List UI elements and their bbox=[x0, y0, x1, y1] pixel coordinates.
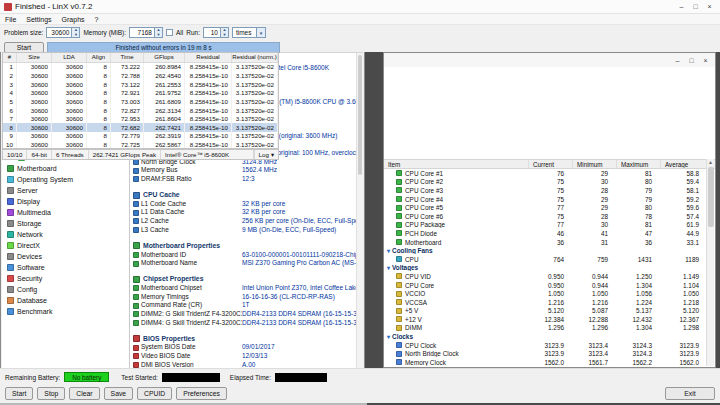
sidebar-item-server[interactable]: Server bbox=[2, 185, 129, 196]
minimize-icon[interactable]: – bbox=[671, 55, 684, 66]
clear-button[interactable]: Clear bbox=[69, 387, 99, 400]
close-icon[interactable]: × bbox=[699, 55, 712, 66]
sidebar-item-storage[interactable]: Storage bbox=[2, 218, 129, 229]
column-header-maximum[interactable]: Maximum bbox=[617, 160, 661, 168]
field-row[interactable]: Memory Timings16-16-16-36 (CL-RCD-RP-RAS… bbox=[130, 293, 363, 302]
sidebar-item-motherboard[interactable]: Motherboard bbox=[2, 163, 129, 174]
column-header-item[interactable]: Item bbox=[384, 160, 529, 168]
spin-down-icon[interactable]: ▼ bbox=[155, 33, 162, 38]
all-memory-checkbox[interactable] bbox=[166, 29, 173, 36]
scroll-up-icon[interactable]: ▲ bbox=[708, 159, 713, 165]
stats-row-cpu-core-3[interactable]: CPU Core #375287958.1 bbox=[384, 186, 715, 195]
maximize-icon[interactable]: □ bbox=[685, 55, 698, 66]
stats-row-vccio[interactable]: VCCIO1.0501.0501.0561.050 bbox=[384, 289, 715, 298]
memory-value[interactable]: 7168 bbox=[130, 28, 154, 37]
cpuid-button[interactable]: CPUID bbox=[137, 387, 172, 400]
sidebar-item-security[interactable]: Security bbox=[2, 273, 129, 284]
stats-row-cpu-package[interactable]: CPU Package77308161.9 bbox=[384, 221, 715, 230]
stats-row-cpu[interactable]: CPU76475914311189 bbox=[384, 255, 715, 264]
run-count-stepper[interactable]: 10 ▲▼ bbox=[203, 27, 229, 38]
stats-row-pch-diode[interactable]: PCH Diode46414744.9 bbox=[384, 229, 715, 238]
save-button[interactable]: Save bbox=[104, 387, 134, 400]
sidebar-item-network[interactable]: Network bbox=[2, 229, 129, 240]
stepper-arrows[interactable]: ▲▼ bbox=[220, 28, 228, 37]
column-header-time[interactable]: Time bbox=[111, 53, 144, 62]
field-row[interactable]: Motherboard ChipsetIntel Union Point Z37… bbox=[130, 284, 363, 293]
sidebar-item-benchmark[interactable]: Benchmark bbox=[2, 306, 129, 317]
start-button[interactable]: Start bbox=[5, 387, 33, 400]
stop-button[interactable]: Stop bbox=[37, 387, 65, 400]
menu-item-graphs[interactable]: Graphs bbox=[57, 14, 90, 24]
stats-row-memory-clock[interactable]: Memory Clock1562.01561.71562.21562.0 bbox=[384, 358, 715, 367]
field-row[interactable]: L1 Data Cache32 KB per core bbox=[130, 208, 363, 217]
sidebar-item-multimedia[interactable]: Multimedia bbox=[2, 207, 129, 218]
column-header-align[interactable]: Align bbox=[87, 53, 111, 62]
column-header-minimum[interactable]: Minimum bbox=[573, 160, 617, 168]
field-row[interactable]: DIMM4: G Skill TridentZ F4-3200C16-8GTZB… bbox=[130, 319, 363, 328]
preferences-button[interactable]: Preferences bbox=[176, 387, 227, 400]
stats-row-cpu-core[interactable]: CPU Core0.9500.9441.3041.104 bbox=[384, 281, 715, 290]
problem-size-stepper[interactable]: 30600 ▲▼ bbox=[46, 27, 80, 38]
field-row[interactable]: L2 Cache256 KB per core (On-Die, ECC, Fu… bbox=[130, 217, 363, 226]
table-row[interactable]: 73060030600872.953261.86048.258415e-103.… bbox=[3, 114, 278, 123]
close-icon[interactable]: × bbox=[703, 1, 716, 12]
column-header-average[interactable]: Average bbox=[661, 160, 708, 168]
table-row[interactable]: 53060030600873.003261.68098.258415e-103.… bbox=[3, 97, 278, 106]
column-header-[interactable]: # bbox=[3, 53, 17, 62]
sidebar-item-software[interactable]: Software bbox=[2, 262, 129, 273]
detail-scrollbar[interactable] bbox=[356, 53, 363, 395]
start-button-top[interactable]: Start bbox=[4, 42, 44, 53]
field-row[interactable]: L3 Cache9 MB (On-Die, ECC, Full-Speed) bbox=[130, 226, 363, 235]
field-row[interactable]: System BIOS Date09/01/2017 bbox=[130, 343, 363, 352]
table-row[interactable]: 63060030600872.827262.31348.258415e-103.… bbox=[3, 106, 278, 115]
spin-down-icon[interactable]: ▼ bbox=[221, 33, 228, 38]
scrollbar-thumb[interactable] bbox=[708, 167, 714, 227]
stats-row-cpu-vid[interactable]: CPU VID0.9500.9441.2501.149 bbox=[384, 272, 715, 281]
sidebar-item-database[interactable]: Database bbox=[2, 295, 129, 306]
problem-size-value[interactable]: 30600 bbox=[47, 28, 71, 37]
scrollbar-thumb[interactable] bbox=[358, 55, 362, 175]
column-header-lda[interactable]: LDA bbox=[52, 53, 87, 62]
menu-item-settings[interactable]: Settings bbox=[21, 14, 56, 24]
field-row[interactable]: L1 Code Cache32 KB per core bbox=[130, 200, 363, 209]
field-row[interactable]: Motherboard ID63-0100-000001-00101111-09… bbox=[130, 251, 363, 260]
column-header-gflops[interactable]: GFlops bbox=[144, 53, 185, 62]
sidebar-item-directx[interactable]: DirectX bbox=[2, 240, 129, 251]
column-header-residual[interactable]: Residual bbox=[185, 53, 232, 62]
table-row[interactable]: 83060030600872.682262.74218.258415e-103.… bbox=[3, 123, 278, 132]
stats-row-dimm[interactable]: DIMM1.2961.2961.3041.298 bbox=[384, 324, 715, 333]
field-row[interactable]: Video BIOS Date12/03/13 bbox=[130, 352, 363, 361]
column-header-residual-norm[interactable]: Residual (norm.) bbox=[232, 53, 278, 62]
table-row[interactable]: 13060030600873.222260.89848.258415e-103.… bbox=[3, 63, 278, 72]
run-count-value[interactable]: 10 bbox=[204, 28, 220, 37]
stats-row-north-bridge-clock[interactable]: North Bridge Clock3123.93123.43124.33123… bbox=[384, 349, 715, 358]
menu-item-[interactable]: ? bbox=[90, 14, 104, 24]
sidebar-item-display[interactable]: Display bbox=[2, 196, 129, 207]
log-dropdown-button[interactable]: Log▾ bbox=[254, 150, 278, 159]
stats-row-cpu-clock[interactable]: CPU Clock3123.93123.43124.33123.9 bbox=[384, 341, 715, 350]
stepper-arrows[interactable]: ▲▼ bbox=[71, 28, 79, 37]
column-header-current[interactable]: Current bbox=[529, 160, 573, 168]
table-row[interactable]: 23060030600872.788262.45408.258415e-103.… bbox=[3, 71, 278, 80]
run-unit-select[interactable]: times ▾ bbox=[232, 27, 266, 38]
table-row[interactable]: 33060030600873.122261.25538.258415e-103.… bbox=[3, 80, 278, 89]
field-row[interactable]: DRAM:FSB Ratio12:3 bbox=[130, 175, 363, 184]
memory-stepper[interactable]: 7168 ▲▼ bbox=[129, 27, 163, 38]
field-row[interactable]: Memory Bus1562.4 MHz bbox=[130, 166, 363, 175]
stats-row-5-v[interactable]: +5 V5.1205.0875.1375.120 bbox=[384, 307, 715, 316]
stats-row-cpu-core-4[interactable]: CPU Core #475297959.2 bbox=[384, 195, 715, 204]
exit-button[interactable]: Exit bbox=[665, 387, 715, 400]
column-header-size[interactable]: Size bbox=[17, 53, 52, 62]
table-row[interactable]: 93060030600872.779262.39198.258415e-103.… bbox=[3, 132, 278, 141]
spin-down-icon[interactable]: ▼ bbox=[72, 33, 79, 38]
table-row[interactable]: 103060030600872.725262.58678.258415e-103… bbox=[3, 140, 278, 149]
stats-scrollbar[interactable]: ▲ bbox=[706, 159, 714, 366]
stats-row-cpu-core-1[interactable]: CPU Core #176298158.8 bbox=[384, 169, 715, 178]
stats-row-cpu-core-5[interactable]: CPU Core #577298059.6 bbox=[384, 203, 715, 212]
sidebar-item-config[interactable]: Config bbox=[2, 284, 129, 295]
stats-row-12-v[interactable]: +12 V12.38412.28812.43212.367 bbox=[384, 315, 715, 324]
stats-row-cpu-core-2[interactable]: CPU Core #275308059.4 bbox=[384, 178, 715, 187]
stats-row-vccsa[interactable]: VCCSA1.2161.2161.2241.218 bbox=[384, 298, 715, 307]
sidebar-item-devices[interactable]: Devices bbox=[2, 251, 129, 262]
stats-row-motherboard[interactable]: Motherboard36313633.1 bbox=[384, 238, 715, 247]
